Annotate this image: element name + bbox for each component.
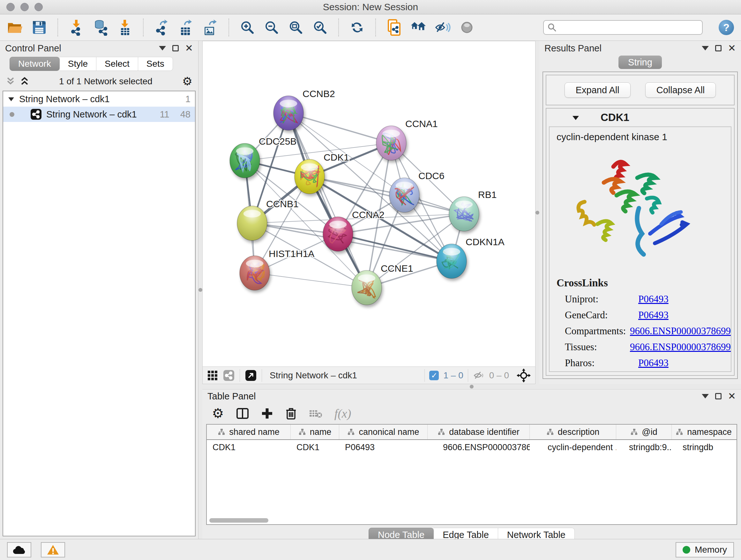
node-label-HIST1H1A: HIST1H1A bbox=[269, 248, 314, 259]
float-panel-icon[interactable] bbox=[172, 45, 179, 51]
close-table-icon[interactable]: ✕ bbox=[728, 391, 736, 401]
function-builder-icon[interactable]: f(x) bbox=[334, 407, 351, 421]
network-node-CCNB2 bbox=[273, 96, 304, 130]
node-table[interactable]: shared name name canonical name database… bbox=[206, 424, 737, 525]
tree-expand-icon[interactable] bbox=[8, 96, 15, 102]
tab-style[interactable]: Style bbox=[60, 57, 96, 71]
protein-description: cyclin-dependent kinase 1 bbox=[556, 132, 731, 142]
cybrowser-homes-icon[interactable] bbox=[410, 19, 426, 36]
export-table-icon[interactable] bbox=[178, 19, 194, 36]
grid-view-icon[interactable] bbox=[207, 370, 218, 381]
network-node-CDK1 bbox=[294, 159, 325, 194]
cell-id: stringdb:9... bbox=[616, 442, 672, 452]
float-table-icon[interactable] bbox=[715, 393, 722, 399]
collapse-all-button[interactable]: Collapse All bbox=[645, 82, 716, 98]
column-network-icon bbox=[347, 428, 355, 436]
genecard-link[interactable]: P06493 bbox=[638, 309, 669, 321]
column-header: shared name bbox=[229, 427, 280, 437]
network-canvas[interactable]: CCNB2CCNA1CDC25BCDK1CDC6RB1CCNB1CCNA2CDK… bbox=[203, 41, 535, 367]
column-network-icon bbox=[630, 428, 638, 436]
cell-description: cyclin-dependent ... bbox=[530, 442, 616, 452]
zoom-selected-icon[interactable] bbox=[312, 19, 328, 36]
control-panel: Control Panel ✕ Network Style Select Set… bbox=[0, 41, 199, 539]
table-row[interactable]: CDK1 CDK1 P06493 9606.ENSP00000378699 cy… bbox=[207, 440, 737, 455]
memory-button[interactable]: Memory bbox=[676, 542, 734, 557]
protein-section-collapse-icon[interactable] bbox=[572, 115, 580, 121]
cloud-icon bbox=[12, 545, 26, 555]
tab-network[interactable]: Network bbox=[10, 57, 60, 71]
save-session-button[interactable] bbox=[31, 19, 47, 36]
network-collection-row[interactable]: String Network – cdk1 1 bbox=[3, 91, 195, 107]
duplicate-network-icon[interactable] bbox=[386, 19, 402, 36]
tissues-link[interactable]: 9606.ENSP00000378699 bbox=[630, 341, 731, 353]
zoom-out-icon[interactable] bbox=[264, 19, 280, 36]
import-network-icon[interactable] bbox=[68, 19, 84, 36]
export-image-icon[interactable] bbox=[202, 19, 218, 36]
tab-select[interactable]: Select bbox=[96, 57, 138, 71]
delete-column-trash-icon[interactable] bbox=[285, 407, 297, 420]
node-label-CDC6: CDC6 bbox=[418, 171, 445, 181]
export-network-icon[interactable] bbox=[154, 19, 170, 36]
network-node-HIST1H1A bbox=[240, 256, 270, 290]
tab-string-results[interactable]: String bbox=[618, 56, 662, 69]
network-row[interactable]: String Network – cdk1 11 48 bbox=[3, 107, 195, 122]
left-splitter[interactable] bbox=[199, 41, 202, 539]
network-tree: String Network – cdk1 1 String Network –… bbox=[3, 91, 196, 537]
network-options-gear-icon[interactable]: ⚙ bbox=[182, 76, 192, 87]
close-results-icon[interactable]: ✕ bbox=[728, 44, 736, 53]
selected-counts: 1 – 0 bbox=[443, 370, 463, 381]
node-count: 11 bbox=[160, 109, 170, 120]
node-label-CCNA2: CCNA2 bbox=[352, 209, 385, 220]
column-header: name bbox=[310, 427, 332, 437]
expand-all-button[interactable]: Expand All bbox=[564, 82, 630, 98]
show-graphics-details-icon[interactable] bbox=[459, 19, 475, 36]
network-node-CCNA1 bbox=[376, 126, 406, 160]
show-columns-icon[interactable] bbox=[236, 408, 249, 419]
import-network-from-database-icon[interactable] bbox=[92, 19, 109, 36]
delete-table-icon[interactable] bbox=[309, 408, 322, 419]
zoom-fit-icon[interactable] bbox=[288, 19, 304, 36]
tab-sets[interactable]: Sets bbox=[138, 57, 173, 71]
uniprot-link[interactable]: P06493 bbox=[638, 294, 669, 305]
pharos-link[interactable]: P06493 bbox=[638, 357, 669, 369]
fit-selected-crosshair-icon[interactable] bbox=[517, 368, 531, 382]
results-panel: Results Panel ✕ String Expand All Collap… bbox=[539, 41, 741, 384]
memory-status-dot bbox=[683, 546, 690, 554]
crosslink-label: Tissues: bbox=[556, 341, 630, 353]
search-input[interactable] bbox=[559, 23, 698, 33]
warnings-button[interactable] bbox=[41, 542, 65, 557]
network-node-CCNE1 bbox=[352, 270, 382, 305]
crosslinks-title: CrossLinks bbox=[556, 277, 731, 289]
compartments-link[interactable]: 9606.ENSP00000378699 bbox=[630, 325, 731, 337]
collapse-all-networks-icon[interactable] bbox=[20, 77, 29, 86]
help-button[interactable]: ? bbox=[719, 20, 734, 35]
cytoscape-window: Session: New Session bbox=[0, 0, 741, 560]
cell-name: CDK1 bbox=[291, 442, 339, 452]
float-results-icon[interactable] bbox=[715, 45, 722, 51]
cloud-button[interactable] bbox=[7, 542, 31, 557]
expand-all-networks-icon[interactable] bbox=[6, 77, 15, 86]
zoom-in-icon[interactable] bbox=[239, 19, 255, 36]
table-options-gear-icon[interactable]: ⚙ bbox=[212, 407, 224, 420]
close-panel-icon[interactable]: ✕ bbox=[185, 44, 193, 53]
string-view-icon[interactable] bbox=[223, 370, 234, 381]
search-box[interactable] bbox=[543, 20, 703, 35]
collapse-table-icon[interactable] bbox=[702, 394, 709, 398]
open-session-button[interactable] bbox=[7, 19, 23, 36]
collapse-results-icon[interactable] bbox=[702, 46, 709, 51]
hide-graphics-details-icon[interactable] bbox=[434, 19, 451, 36]
create-column-plus-icon[interactable] bbox=[261, 408, 273, 420]
horizontal-splitter[interactable] bbox=[202, 384, 741, 389]
node-label-CCNB2: CCNB2 bbox=[302, 88, 335, 99]
apply-layout-refresh-icon[interactable] bbox=[349, 19, 365, 36]
import-table-icon[interactable] bbox=[117, 19, 133, 36]
right-splitter[interactable] bbox=[536, 41, 539, 384]
collapse-panel-icon[interactable] bbox=[159, 46, 166, 51]
selected-checkbox-icon[interactable]: ✓ bbox=[429, 371, 439, 380]
window-title: Session: New Session bbox=[0, 2, 741, 12]
network-node-CDC6 bbox=[389, 178, 419, 212]
birds-eye-view-icon[interactable] bbox=[245, 370, 257, 381]
horizontal-scrollbar[interactable] bbox=[209, 518, 268, 523]
column-header: namespace bbox=[687, 427, 732, 437]
column-header: @id bbox=[642, 427, 657, 437]
